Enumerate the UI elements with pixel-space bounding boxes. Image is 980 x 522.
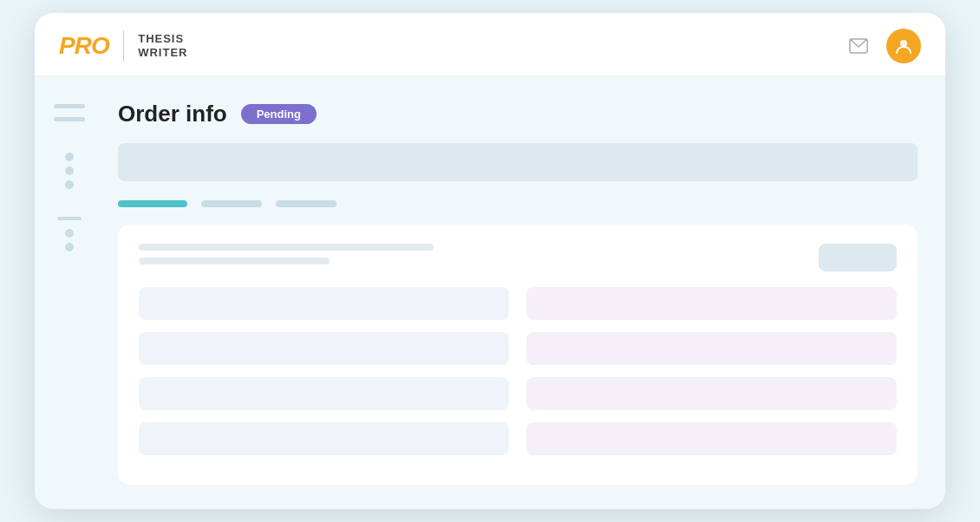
sidebar-bar-1: [54, 104, 85, 108]
tab-active[interactable]: [118, 200, 187, 207]
sidebar-dot-3[interactable]: [65, 180, 74, 189]
header: PRO THESIS WRITER: [35, 13, 945, 76]
skeleton-cell-8: [526, 422, 897, 455]
content-area: Order info Pending: [104, 76, 945, 509]
sidebar-dots-group: [35, 146, 104, 196]
skeleton-grid: [139, 287, 897, 455]
tabs-row: [118, 200, 918, 207]
sidebar: [35, 76, 104, 509]
tab-inactive-2[interactable]: [276, 200, 336, 207]
skeleton-cell-2: [526, 287, 897, 320]
skeleton-header-row: [139, 244, 897, 271]
svg-point-1: [900, 40, 907, 47]
main-layout: Order info Pending: [35, 76, 945, 509]
mail-icon-button[interactable]: [843, 30, 874, 62]
skeleton-cell-5: [139, 377, 509, 410]
header-actions: [843, 29, 921, 63]
skeleton-cell-1: [139, 287, 509, 320]
sidebar-dots-group-2: [35, 210, 104, 258]
page-title-row: Order info Pending: [118, 101, 918, 127]
logo-text-block: THESIS WRITER: [138, 32, 187, 59]
card-panel: [118, 225, 918, 485]
skeleton-cell-4: [526, 332, 897, 365]
sidebar-dot-5[interactable]: [65, 243, 74, 251]
sidebar-bar-3: [57, 217, 82, 220]
status-badge: Pending: [241, 104, 317, 124]
skeleton-cell-7: [139, 422, 509, 455]
sidebar-dot-2[interactable]: [65, 166, 74, 175]
sidebar-top-group: [35, 97, 104, 132]
top-bar-skeleton: [118, 143, 918, 181]
skeleton-line-2: [139, 258, 330, 264]
logo-divider: [123, 30, 125, 62]
logo-writer-text: WRITER: [138, 46, 187, 60]
app-window: PRO THESIS WRITER: [35, 13, 945, 509]
user-avatar-button[interactable]: [886, 29, 921, 63]
tab-inactive-1[interactable]: [201, 200, 262, 207]
sidebar-dot-1[interactable]: [65, 153, 74, 161]
sidebar-bar-2: [54, 117, 85, 121]
skeleton-action-button[interactable]: [819, 244, 897, 271]
skeleton-line-1: [139, 244, 434, 251]
logo: PRO THESIS WRITER: [59, 30, 187, 62]
sidebar-dot-4[interactable]: [65, 229, 74, 238]
logo-pro-text: PRO: [59, 34, 109, 58]
skeleton-left: [139, 244, 434, 264]
page-title: Order info: [118, 101, 227, 127]
skeleton-cell-6: [526, 377, 897, 410]
skeleton-cell-3: [139, 332, 509, 365]
logo-thesis-text: THESIS: [138, 32, 187, 46]
